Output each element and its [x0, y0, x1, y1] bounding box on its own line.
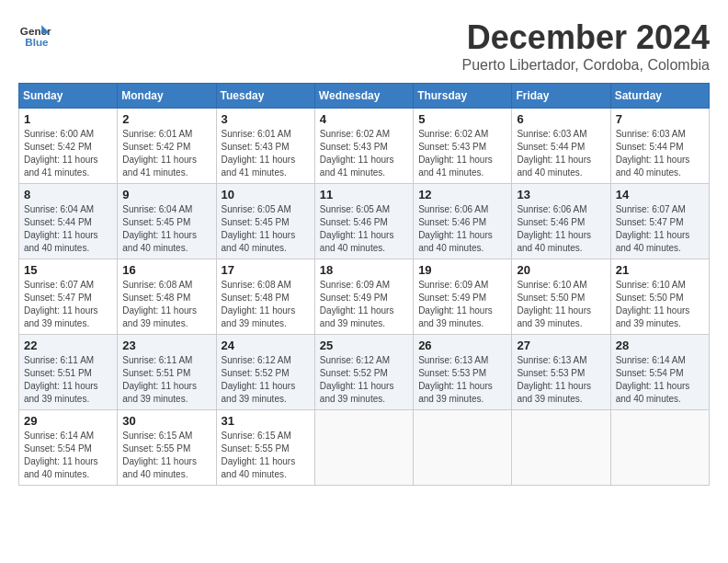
- day-info: Sunrise: 6:14 AM Sunset: 5:54 PM Dayligh…: [616, 354, 704, 406]
- day-number: 8: [24, 188, 112, 201]
- calendar-cell: 25 Sunrise: 6:12 AM Sunset: 5:52 PM Dayl…: [314, 335, 413, 410]
- calendar-cell: 10 Sunrise: 6:05 AM Sunset: 5:45 PM Dayl…: [216, 184, 314, 259]
- calendar-cell: 1 Sunrise: 6:00 AM Sunset: 5:42 PM Dayli…: [19, 109, 118, 184]
- calendar-table: SundayMondayTuesdayWednesdayThursdayFrid…: [18, 83, 710, 486]
- calendar-cell: 5 Sunrise: 6:02 AM Sunset: 5:43 PM Dayli…: [414, 109, 512, 184]
- day-number: 24: [222, 339, 310, 352]
- calendar-cell: 20 Sunrise: 6:10 AM Sunset: 5:50 PM Dayl…: [512, 259, 610, 335]
- day-info: Sunrise: 6:01 AM Sunset: 5:43 PM Dayligh…: [222, 128, 310, 179]
- day-info: Sunrise: 6:14 AM Sunset: 5:54 PM Dayligh…: [24, 430, 112, 481]
- calendar-cell: 26 Sunrise: 6:13 AM Sunset: 5:53 PM Dayl…: [414, 335, 512, 410]
- day-number: 12: [418, 188, 506, 201]
- title-section: December 2024 Puerto Libertador, Cordoba…: [462, 18, 711, 74]
- calendar-cell: 4 Sunrise: 6:02 AM Sunset: 5:43 PM Dayli…: [314, 109, 413, 184]
- calendar-cell: 28 Sunrise: 6:14 AM Sunset: 5:54 PM Dayl…: [610, 335, 709, 410]
- day-number: 6: [517, 112, 605, 126]
- day-info: Sunrise: 6:08 AM Sunset: 5:48 PM Dayligh…: [222, 279, 310, 330]
- day-info: Sunrise: 6:06 AM Sunset: 5:46 PM Dayligh…: [418, 203, 506, 255]
- weekday-header-row: SundayMondayTuesdayWednesdayThursdayFrid…: [19, 84, 710, 109]
- page-header: General Blue December 2024 Puerto Libert…: [18, 18, 710, 74]
- weekday-header: Saturday: [610, 84, 709, 109]
- day-number: 11: [320, 188, 408, 201]
- day-info: Sunrise: 6:05 AM Sunset: 5:45 PM Dayligh…: [222, 203, 310, 255]
- calendar-cell: 17 Sunrise: 6:08 AM Sunset: 5:48 PM Dayl…: [216, 259, 314, 335]
- calendar-cell: 27 Sunrise: 6:13 AM Sunset: 5:53 PM Dayl…: [512, 335, 610, 410]
- day-number: 25: [320, 339, 408, 352]
- calendar-cell: [610, 410, 709, 486]
- calendar-week-row: 1 Sunrise: 6:00 AM Sunset: 5:42 PM Dayli…: [19, 109, 710, 184]
- day-number: 13: [517, 188, 605, 201]
- day-number: 14: [616, 188, 704, 201]
- calendar-cell: 19 Sunrise: 6:09 AM Sunset: 5:49 PM Dayl…: [414, 259, 512, 335]
- calendar-cell: 6 Sunrise: 6:03 AM Sunset: 5:44 PM Dayli…: [512, 109, 610, 184]
- calendar-cell: [314, 410, 413, 486]
- day-info: Sunrise: 6:00 AM Sunset: 5:42 PM Dayligh…: [24, 128, 112, 179]
- day-info: Sunrise: 6:03 AM Sunset: 5:44 PM Dayligh…: [517, 128, 605, 179]
- day-info: Sunrise: 6:09 AM Sunset: 5:49 PM Dayligh…: [320, 279, 408, 330]
- day-info: Sunrise: 6:01 AM Sunset: 5:42 PM Dayligh…: [122, 128, 210, 179]
- calendar-cell: 2 Sunrise: 6:01 AM Sunset: 5:42 PM Dayli…: [118, 109, 216, 184]
- weekday-header: Monday: [118, 84, 216, 109]
- day-number: 2: [122, 112, 210, 126]
- logo-icon: General Blue: [18, 18, 51, 52]
- day-number: 15: [24, 263, 112, 277]
- calendar-cell: 29 Sunrise: 6:14 AM Sunset: 5:54 PM Dayl…: [19, 410, 118, 486]
- day-number: 1: [24, 112, 112, 126]
- calendar-cell: 11 Sunrise: 6:05 AM Sunset: 5:46 PM Dayl…: [314, 184, 413, 259]
- day-info: Sunrise: 6:07 AM Sunset: 5:47 PM Dayligh…: [24, 279, 112, 330]
- calendar-week-row: 15 Sunrise: 6:07 AM Sunset: 5:47 PM Dayl…: [19, 259, 710, 335]
- calendar-cell: 18 Sunrise: 6:09 AM Sunset: 5:49 PM Dayl…: [314, 259, 413, 335]
- day-number: 4: [320, 112, 408, 126]
- calendar-cell: 23 Sunrise: 6:11 AM Sunset: 5:51 PM Dayl…: [118, 335, 216, 410]
- day-info: Sunrise: 6:13 AM Sunset: 5:53 PM Dayligh…: [418, 354, 506, 406]
- calendar-cell: 30 Sunrise: 6:15 AM Sunset: 5:55 PM Dayl…: [118, 410, 216, 486]
- day-info: Sunrise: 6:02 AM Sunset: 5:43 PM Dayligh…: [320, 128, 408, 179]
- day-info: Sunrise: 6:07 AM Sunset: 5:47 PM Dayligh…: [616, 203, 704, 255]
- day-info: Sunrise: 6:12 AM Sunset: 5:52 PM Dayligh…: [222, 354, 310, 406]
- day-info: Sunrise: 6:13 AM Sunset: 5:53 PM Dayligh…: [517, 354, 605, 406]
- day-info: Sunrise: 6:09 AM Sunset: 5:49 PM Dayligh…: [418, 279, 506, 330]
- calendar-week-row: 22 Sunrise: 6:11 AM Sunset: 5:51 PM Dayl…: [19, 335, 710, 410]
- month-title: December 2024: [462, 18, 711, 57]
- day-info: Sunrise: 6:06 AM Sunset: 5:46 PM Dayligh…: [517, 203, 605, 255]
- day-info: Sunrise: 6:05 AM Sunset: 5:46 PM Dayligh…: [320, 203, 408, 255]
- calendar-cell: 24 Sunrise: 6:12 AM Sunset: 5:52 PM Dayl…: [216, 335, 314, 410]
- day-info: Sunrise: 6:15 AM Sunset: 5:55 PM Dayligh…: [122, 430, 210, 481]
- calendar-cell: 7 Sunrise: 6:03 AM Sunset: 5:44 PM Dayli…: [610, 109, 709, 184]
- day-info: Sunrise: 6:10 AM Sunset: 5:50 PM Dayligh…: [616, 279, 704, 330]
- weekday-header: Wednesday: [314, 84, 413, 109]
- day-info: Sunrise: 6:15 AM Sunset: 5:55 PM Dayligh…: [222, 430, 310, 481]
- day-number: 20: [517, 263, 605, 277]
- weekday-header: Tuesday: [216, 84, 314, 109]
- day-info: Sunrise: 6:08 AM Sunset: 5:48 PM Dayligh…: [122, 279, 210, 330]
- day-number: 27: [517, 339, 605, 352]
- day-number: 9: [122, 188, 210, 201]
- day-number: 30: [122, 414, 210, 428]
- day-info: Sunrise: 6:04 AM Sunset: 5:45 PM Dayligh…: [122, 203, 210, 255]
- calendar-cell: 22 Sunrise: 6:11 AM Sunset: 5:51 PM Dayl…: [19, 335, 118, 410]
- day-number: 3: [222, 112, 310, 126]
- day-number: 16: [122, 263, 210, 277]
- logo: General Blue: [18, 18, 51, 52]
- day-number: 17: [222, 263, 310, 277]
- calendar-week-row: 8 Sunrise: 6:04 AM Sunset: 5:44 PM Dayli…: [19, 184, 710, 259]
- day-info: Sunrise: 6:02 AM Sunset: 5:43 PM Dayligh…: [418, 128, 506, 179]
- day-number: 31: [222, 414, 310, 428]
- calendar-cell: [512, 410, 610, 486]
- calendar-cell: 21 Sunrise: 6:10 AM Sunset: 5:50 PM Dayl…: [610, 259, 709, 335]
- calendar-cell: 14 Sunrise: 6:07 AM Sunset: 5:47 PM Dayl…: [610, 184, 709, 259]
- day-number: 28: [616, 339, 704, 352]
- calendar-cell: 12 Sunrise: 6:06 AM Sunset: 5:46 PM Dayl…: [414, 184, 512, 259]
- calendar-cell: 13 Sunrise: 6:06 AM Sunset: 5:46 PM Dayl…: [512, 184, 610, 259]
- calendar-week-row: 29 Sunrise: 6:14 AM Sunset: 5:54 PM Dayl…: [19, 410, 710, 486]
- svg-text:Blue: Blue: [25, 36, 49, 48]
- day-number: 7: [616, 112, 704, 126]
- day-info: Sunrise: 6:11 AM Sunset: 5:51 PM Dayligh…: [122, 354, 210, 406]
- day-number: 18: [320, 263, 408, 277]
- day-number: 23: [122, 339, 210, 352]
- calendar-cell: 9 Sunrise: 6:04 AM Sunset: 5:45 PM Dayli…: [118, 184, 216, 259]
- day-info: Sunrise: 6:11 AM Sunset: 5:51 PM Dayligh…: [24, 354, 112, 406]
- calendar-cell: 31 Sunrise: 6:15 AM Sunset: 5:55 PM Dayl…: [216, 410, 314, 486]
- day-number: 22: [24, 339, 112, 352]
- day-info: Sunrise: 6:10 AM Sunset: 5:50 PM Dayligh…: [517, 279, 605, 330]
